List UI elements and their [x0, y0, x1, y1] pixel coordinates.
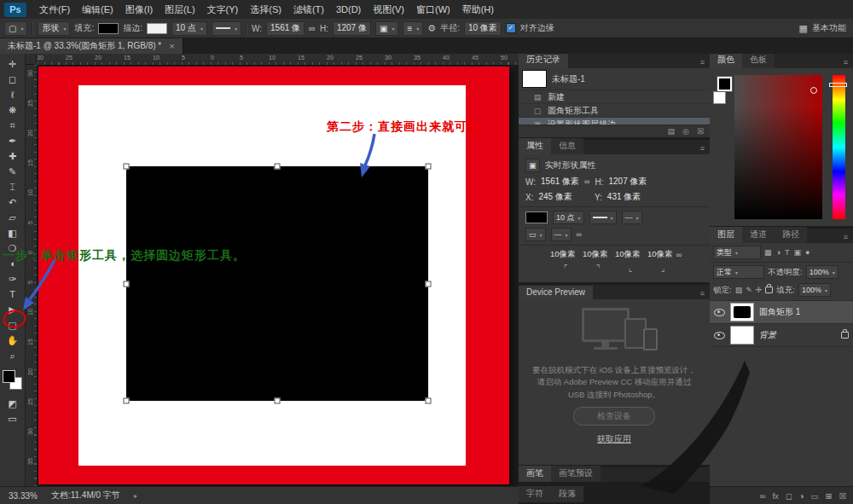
- type-tool[interactable]: T: [2, 287, 24, 302]
- radius-input[interactable]: 10 像素: [464, 21, 502, 36]
- shape-width-input[interactable]: 1561 像: [266, 21, 305, 36]
- hue-slider[interactable]: [833, 75, 845, 219]
- stroke-corner-select[interactable]: —: [551, 228, 572, 241]
- workspace-switcher[interactable]: ▦ 基本功能: [799, 19, 846, 38]
- shape-stroke-cap-select[interactable]: —: [622, 211, 642, 224]
- selection-handle[interactable]: [426, 281, 432, 287]
- tab-character[interactable]: 字符: [519, 486, 551, 502]
- path-operations-button[interactable]: ▣: [375, 21, 398, 36]
- tab-paragraph[interactable]: 段落: [551, 486, 583, 502]
- lock-transparency-icon[interactable]: ▨: [735, 286, 743, 294]
- new-doc-from-state-icon[interactable]: ▤: [668, 127, 676, 136]
- corner-top-left-icon[interactable]: ⌜: [555, 264, 576, 273]
- lock-position-icon[interactable]: ✛: [756, 286, 763, 294]
- path-alignment-button[interactable]: ≡: [403, 21, 423, 36]
- layer-filter-type-select[interactable]: 类型: [713, 246, 761, 259]
- layer-style-icon[interactable]: fx: [772, 491, 778, 501]
- selection-handle[interactable]: [426, 164, 432, 170]
- new-snapshot-icon[interactable]: ◎: [682, 127, 689, 136]
- shape-stroke-color-swatch[interactable]: [525, 211, 548, 223]
- tab-brush[interactable]: 画笔: [519, 466, 551, 482]
- link-radii-icon[interactable]: ∞: [676, 251, 682, 259]
- delete-state-icon[interactable]: ☒: [697, 127, 704, 136]
- tab-swatches[interactable]: 色板: [742, 52, 775, 68]
- menu-item[interactable]: 3D(D): [330, 0, 367, 19]
- shape-h-value[interactable]: 1207 像素: [609, 176, 647, 188]
- stroke-style-select[interactable]: [212, 21, 241, 36]
- shape-layer-filter-icon[interactable]: ▣: [793, 248, 801, 257]
- get-app-link[interactable]: 获取应用: [519, 433, 710, 445]
- selection-handle[interactable]: [275, 164, 281, 170]
- hue-slider-marker[interactable]: [829, 83, 847, 87]
- adjustment-layer-filter-icon[interactable]: ◑: [776, 248, 780, 257]
- check-device-button[interactable]: 检查设备: [573, 407, 655, 426]
- color-field-cursor[interactable]: [810, 87, 817, 94]
- layer-visibility-eye-icon[interactable]: [714, 309, 725, 316]
- screen-mode-icon[interactable]: ▭: [2, 411, 24, 426]
- layer-row-rounded-rectangle[interactable]: 圆角矩形 1: [710, 301, 853, 324]
- corner-bottom-right-icon[interactable]: ⌟: [653, 264, 673, 273]
- dodge-tool[interactable]: ◖: [2, 256, 24, 271]
- new-group-icon[interactable]: ▭: [811, 491, 819, 501]
- document-red-background[interactable]: [38, 67, 509, 484]
- gradient-tool[interactable]: ◧: [2, 225, 24, 240]
- shape-x-value[interactable]: 245 像素: [538, 191, 572, 203]
- tool-preset-picker[interactable]: ▢: [4, 21, 27, 36]
- menu-item[interactable]: 文字(Y): [201, 0, 245, 19]
- tab-properties[interactable]: 属性: [519, 138, 551, 154]
- fill-value[interactable]: 100%: [798, 283, 831, 297]
- rounded-rectangle-shape[interactable]: [126, 166, 428, 401]
- lock-pixels-icon[interactable]: ✎: [746, 286, 752, 294]
- shape-stroke-style-select[interactable]: [589, 211, 617, 224]
- pixel-layer-filter-icon[interactable]: ▦: [764, 248, 772, 257]
- selection-handle[interactable]: [426, 398, 432, 404]
- history-state-row[interactable]: ▢ 圆角矩形工具: [519, 103, 710, 117]
- tab-paths[interactable]: 路径: [775, 227, 807, 243]
- panel-menu-icon[interactable]: ≡: [838, 231, 853, 243]
- link-stroke-icon[interactable]: ∞: [577, 230, 582, 239]
- quick-mask-icon[interactable]: ◩: [2, 396, 24, 411]
- marquee-tool[interactable]: ◻: [2, 72, 24, 87]
- selection-handle[interactable]: [124, 281, 130, 287]
- hand-tool[interactable]: ✋: [2, 333, 24, 348]
- ruler-origin-corner[interactable]: [26, 54, 37, 65]
- stroke-align-select[interactable]: ▭: [525, 228, 546, 241]
- menu-item[interactable]: 文件(F): [33, 0, 76, 19]
- menu-item[interactable]: 帮助(H): [456, 0, 500, 19]
- stroke-color-swatch[interactable]: [147, 23, 167, 34]
- smart-object-filter-icon[interactable]: ●: [805, 248, 809, 257]
- shape-settings-gear-icon[interactable]: ⚙: [427, 23, 436, 34]
- tab-layers[interactable]: 图层: [710, 227, 742, 243]
- clone-stamp-tool[interactable]: ⌶: [2, 179, 24, 194]
- menu-item[interactable]: 图像(I): [119, 0, 159, 19]
- link-dimensions-icon[interactable]: ∞: [309, 23, 316, 33]
- document-white-area[interactable]: [78, 85, 466, 466]
- selection-handle[interactable]: [124, 398, 130, 404]
- tab-history[interactable]: 历史记录: [519, 52, 568, 68]
- align-edges-checkbox[interactable]: ✓: [506, 23, 516, 33]
- panel-menu-icon[interactable]: ≡: [695, 287, 710, 299]
- layer-thumbnail[interactable]: [730, 326, 754, 345]
- shape-w-value[interactable]: 1561 像素: [541, 176, 579, 188]
- path-selection-tool[interactable]: ▶: [2, 302, 24, 317]
- zoom-tool[interactable]: ⌕: [2, 348, 24, 363]
- corner-radius-br-value[interactable]: 10像素: [644, 249, 676, 260]
- quick-selection-tool[interactable]: ❋: [2, 102, 24, 118]
- selection-handle[interactable]: [275, 398, 281, 404]
- eyedropper-tool[interactable]: ✒: [2, 133, 24, 148]
- lock-all-icon[interactable]: [765, 287, 773, 293]
- corner-top-right-icon[interactable]: ⌝: [588, 264, 608, 273]
- background-color-swatch[interactable]: [713, 91, 726, 104]
- add-mask-icon[interactable]: ◻: [786, 491, 792, 501]
- brush-tool[interactable]: ✎: [2, 164, 24, 179]
- blur-tool[interactable]: ❍: [2, 240, 24, 256]
- tab-device-preview[interactable]: Device Preview: [519, 286, 593, 299]
- document-tab[interactable]: 未标题-1 @ 33.3%(圆角矩形 1, RGB/8) * ×: [0, 38, 183, 54]
- layer-visibility-eye-icon[interactable]: [714, 332, 725, 339]
- history-brush-tool[interactable]: ↶: [2, 194, 24, 210]
- zoom-level[interactable]: 33.33%: [9, 491, 38, 501]
- opacity-value[interactable]: 100%: [806, 265, 838, 279]
- panel-menu-icon[interactable]: ≡: [838, 56, 853, 68]
- pen-tool[interactable]: ✑: [2, 271, 24, 287]
- shape-stroke-width-select[interactable]: 10 点: [553, 211, 584, 224]
